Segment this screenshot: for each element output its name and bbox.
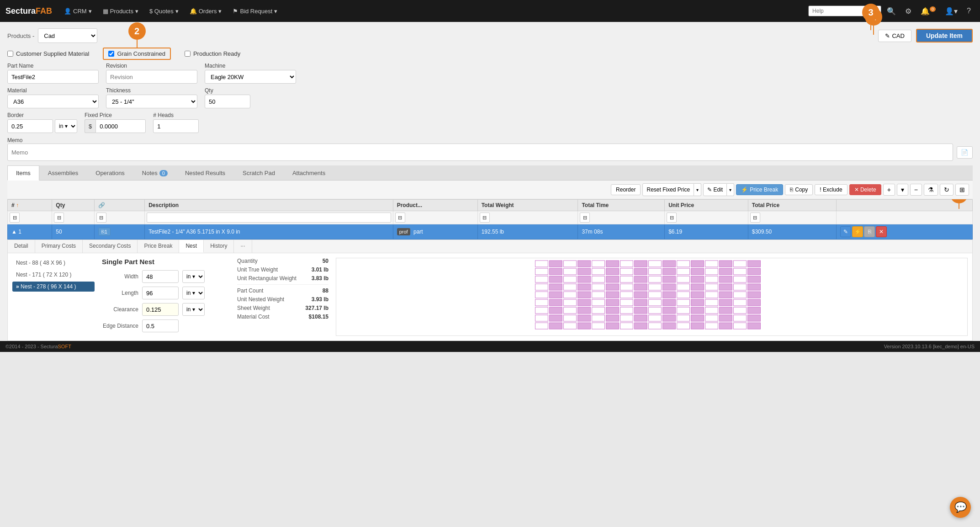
nest-stats: Quantity 50 Unit True Weight 3.01 lb Uni… (237, 258, 328, 336)
nest-item-278[interactable]: Nest - 278 ( 96 X 144 ) (12, 282, 95, 292)
thickness-select[interactable]: 25 - 1/4" (106, 95, 197, 108)
grain-constrained-checkbox[interactable] (108, 51, 114, 57)
refresh-button[interactable]: ↻ (940, 184, 954, 196)
row-delete-btn[interactable]: ✕ (876, 226, 887, 237)
price-break-button[interactable]: ⚡ Price Break (736, 184, 783, 195)
filter-description-input[interactable] (147, 213, 391, 223)
filter-total-price[interactable]: ⊟ (750, 213, 760, 223)
svg-rect-49 (606, 284, 619, 290)
nav-bid-request[interactable]: ⚑ Bid Request ▾ (228, 5, 282, 17)
detail-tab-detail[interactable]: Detail (8, 240, 35, 253)
border-field: Border in ▾ (7, 112, 77, 133)
edit-caret[interactable]: ▾ (727, 183, 734, 196)
machine-select[interactable]: Eagle 20KW (205, 70, 296, 84)
table-row[interactable]: ▲ 1 50 ⎘1 TestFile2 - 1/4" A36 5.1715 in… (8, 224, 973, 240)
col-description: Description (145, 200, 393, 211)
delete-button[interactable]: ✕ Delete (849, 184, 881, 195)
help-question-btn[interactable]: ? (963, 5, 975, 17)
nest-width-input[interactable] (142, 270, 179, 283)
help-input[interactable] (808, 5, 881, 16)
settings-icon-btn[interactable]: ⚙ (901, 5, 915, 17)
update-item-button[interactable]: Update Item (916, 29, 973, 43)
more-down-button[interactable]: ▾ (897, 184, 908, 196)
tab-nested-results[interactable]: Nested Results (176, 165, 234, 180)
row-edit-btn[interactable]: ✎ (840, 226, 851, 237)
copy-button[interactable]: ⎘ Copy (785, 184, 813, 195)
filter-unit-price[interactable]: ⊟ (667, 213, 677, 223)
detail-tab-more[interactable]: ··· (234, 240, 252, 253)
user-account-btn[interactable]: 👤▾ (941, 5, 961, 17)
col-total-price: Total Price (748, 200, 837, 211)
filter-time[interactable]: ⊟ (580, 213, 590, 223)
border-input[interactable] (7, 119, 53, 133)
notifications-btn[interactable]: 🔔0 (917, 5, 939, 17)
reorder-button[interactable]: Reorder (611, 184, 641, 195)
detail-tab-history[interactable]: History (204, 240, 234, 253)
svg-rect-102 (691, 276, 704, 282)
filter-button[interactable]: ⚗ (924, 184, 938, 196)
revision-input[interactable] (106, 70, 197, 84)
col-actions: 1 (837, 200, 973, 211)
nest-length-unit[interactable]: in ▾ (182, 287, 205, 299)
reset-fixed-price-button[interactable]: Reset Fixed Price (642, 183, 694, 196)
brand-logo[interactable]: SecturaFAB (5, 6, 52, 16)
nest-list: Nest - 88 ( 48 X 96 ) Nest - 171 ( 72 X … (12, 258, 95, 336)
nest-edge-input[interactable] (142, 319, 179, 332)
cad-dropdown[interactable]: Cad (38, 28, 97, 43)
expand-icon[interactable]: ▲ (11, 229, 17, 235)
svg-rect-105 (691, 299, 704, 306)
search-icon-btn[interactable]: 🔍 (883, 5, 900, 17)
edit-button[interactable]: ✎ Edit (703, 183, 727, 196)
filter-product[interactable]: ⊟ (395, 213, 405, 223)
nest-item-88[interactable]: Nest - 88 ( 48 X 96 ) (12, 258, 95, 268)
nav-orders[interactable]: 🔔 Orders ▾ (185, 5, 227, 17)
svg-rect-12 (550, 276, 562, 282)
memo-input[interactable] (7, 144, 953, 161)
reset-fixed-price-caret[interactable]: ▾ (694, 183, 701, 196)
svg-rect-18 (550, 323, 562, 329)
row-copy-btn[interactable]: ⎘ (864, 226, 875, 237)
columns-button[interactable]: ⊞ (955, 184, 969, 196)
stat-part-count: Part Count 88 (237, 287, 328, 294)
fixed-price-input[interactable] (95, 119, 146, 133)
filter-link[interactable]: ⊟ (96, 213, 106, 223)
detail-tab-nest[interactable]: Nest (179, 240, 204, 253)
exclude-button[interactable]: ! Exclude (815, 184, 847, 195)
filter-weight[interactable]: ⊟ (480, 213, 490, 223)
memo-icon-button[interactable]: 📄 (957, 146, 973, 159)
cad-button[interactable]: ✎ CAD (878, 30, 911, 42)
tab-notes[interactable]: Notes 0 (133, 165, 176, 180)
border-unit-select[interactable]: in ▾ (55, 119, 77, 133)
tab-operations[interactable]: Operations (87, 165, 133, 180)
nest-width-unit[interactable]: in ▾ (182, 270, 205, 283)
production-ready-checkbox[interactable] (185, 51, 191, 57)
nav-crm[interactable]: 👤 CRM ▾ (59, 5, 96, 17)
part-name-input[interactable] (7, 70, 99, 84)
nest-clearance-unit[interactable]: in ▾ (182, 303, 205, 316)
nest-clearance-input[interactable] (142, 303, 179, 316)
nav-products[interactable]: ▦ Products ▾ (98, 5, 143, 17)
tab-assemblies[interactable]: Assemblies (39, 165, 87, 180)
filter-num[interactable]: ⊟ (10, 213, 20, 223)
nest-item-171[interactable]: Nest - 171 ( 72 X 120 ) (12, 270, 95, 280)
heads-input[interactable] (153, 119, 199, 133)
memo-label: Memo (7, 137, 22, 144)
qty-input[interactable] (205, 95, 250, 108)
nest-clearance-label: Clearance (102, 306, 138, 313)
row-bolt-btn[interactable]: ⚡ (852, 226, 863, 237)
nest-length-input[interactable] (142, 287, 179, 299)
detail-tab-primary-costs[interactable]: Primary Costs (35, 240, 83, 253)
tab-scratch-pad[interactable]: Scratch Pad (234, 165, 284, 180)
minus-button[interactable]: − (910, 184, 922, 196)
thickness-label: Thickness (106, 87, 197, 94)
svg-rect-121 (720, 284, 732, 290)
tab-attachments[interactable]: Attachments (284, 165, 334, 180)
filter-qty[interactable]: ⊟ (54, 213, 64, 223)
nav-quotes[interactable]: $ Quotes ▾ (145, 5, 183, 17)
customer-supplied-checkbox[interactable] (7, 51, 13, 57)
add-button[interactable]: + (883, 184, 895, 196)
detail-tab-price-break[interactable]: Price Break (138, 240, 179, 253)
detail-tab-secondary-costs[interactable]: Secondary Costs (83, 240, 138, 253)
tab-items[interactable]: Items (7, 165, 39, 181)
material-select[interactable]: A36 (7, 95, 99, 108)
